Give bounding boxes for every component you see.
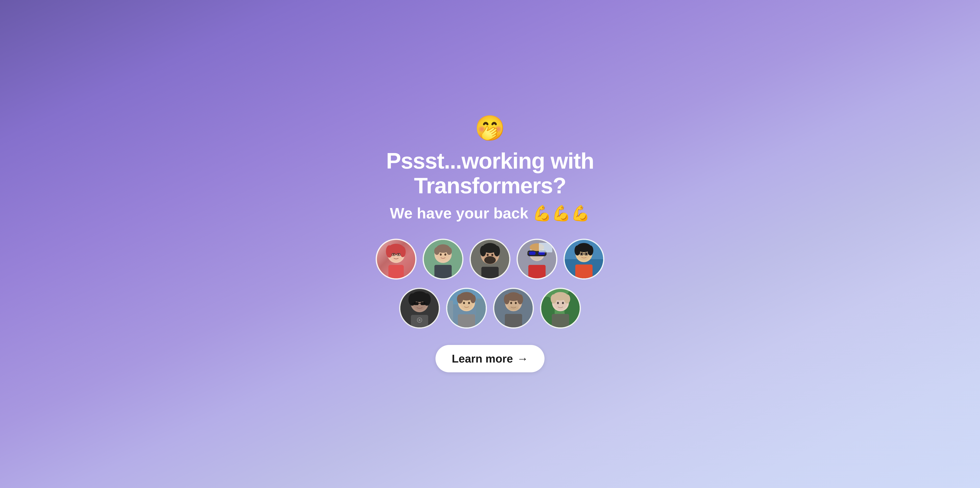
avatar-person-9 [540, 288, 581, 329]
svg-point-27 [492, 254, 493, 256]
avatar-person-5 [563, 239, 605, 279]
svg-rect-29 [481, 267, 499, 278]
mascot-emoji: 🤭 [475, 116, 505, 140]
svg-point-17 [440, 254, 442, 256]
svg-rect-40 [539, 243, 552, 252]
svg-point-28 [484, 256, 496, 264]
content-wrapper: 🤭 Pssst...working with Transformers? We … [347, 99, 633, 389]
learn-more-label: Learn more [452, 352, 513, 365]
svg-rect-104 [552, 314, 569, 327]
svg-point-61 [421, 295, 426, 300]
svg-rect-83 [458, 314, 475, 327]
headline: Pssst...working with Transformers? [355, 148, 625, 198]
svg-point-60 [413, 295, 418, 300]
svg-rect-67 [411, 315, 428, 327]
svg-point-48 [581, 253, 582, 255]
svg-point-6 [398, 254, 399, 255]
svg-rect-93 [505, 314, 522, 327]
svg-point-88 [504, 294, 510, 304]
avatar-person-8 [493, 288, 534, 329]
svg-point-80 [467, 293, 471, 299]
svg-point-26 [487, 254, 488, 256]
avatar-person-6 [399, 288, 440, 329]
avatar-person-7 [446, 288, 487, 329]
svg-rect-10 [388, 265, 404, 278]
svg-point-47 [588, 246, 593, 255]
svg-rect-62 [414, 302, 419, 305]
svg-point-15 [434, 247, 439, 255]
svg-point-89 [517, 294, 523, 304]
svg-point-91 [515, 302, 517, 304]
avatar-person-1 [375, 239, 417, 279]
svg-rect-53 [575, 265, 593, 278]
svg-point-24 [480, 246, 486, 257]
arrow-icon: → [517, 352, 528, 365]
avatars-container [375, 239, 605, 329]
avatar-row-1 [375, 239, 605, 279]
avatar-person-3 [469, 239, 511, 279]
svg-rect-19 [434, 265, 452, 278]
svg-point-5 [393, 254, 395, 255]
svg-point-77 [457, 294, 463, 303]
page-container: 🤭 Pssst...working with Transformers? We … [0, 0, 980, 488]
svg-rect-34 [529, 251, 536, 255]
avatar-person-4 [517, 239, 557, 279]
svg-point-18 [444, 254, 446, 256]
svg-point-49 [585, 253, 587, 255]
svg-point-92 [508, 306, 519, 311]
svg-point-78 [470, 295, 476, 303]
svg-rect-72 [447, 300, 453, 327]
svg-rect-36 [527, 252, 529, 254]
svg-point-69 [418, 319, 420, 321]
svg-point-102 [557, 302, 559, 304]
svg-point-16 [447, 247, 452, 255]
svg-point-25 [494, 246, 500, 257]
svg-point-3 [386, 245, 393, 257]
svg-rect-63 [421, 302, 425, 305]
svg-point-103 [562, 302, 564, 304]
svg-rect-39 [528, 265, 546, 278]
svg-rect-73 [476, 298, 486, 327]
subheadline: We have your back 💪💪💪 [390, 204, 590, 222]
svg-point-82 [468, 302, 470, 304]
learn-more-button[interactable]: Learn more → [436, 345, 545, 372]
svg-point-46 [574, 246, 580, 255]
svg-point-4 [400, 246, 406, 257]
avatar-row-2 [399, 288, 581, 329]
svg-point-90 [510, 302, 512, 304]
svg-point-101 [564, 294, 570, 303]
svg-point-79 [463, 294, 466, 299]
avatar-person-2 [423, 239, 463, 279]
svg-point-100 [550, 294, 557, 303]
svg-point-81 [463, 302, 465, 304]
